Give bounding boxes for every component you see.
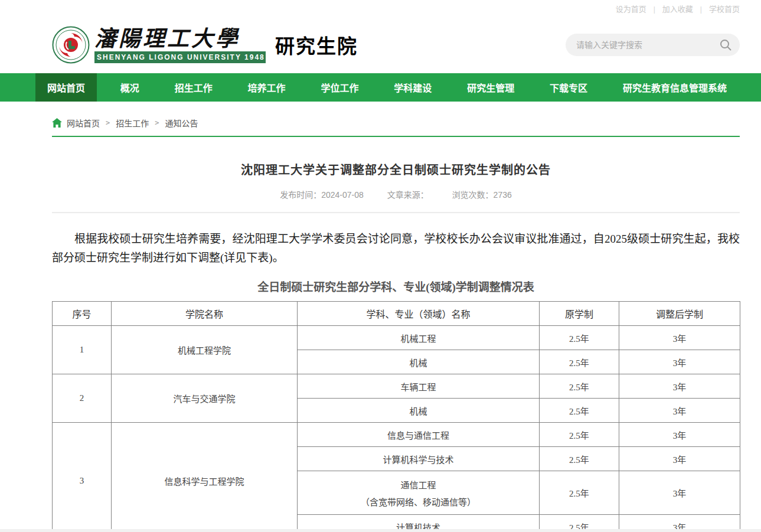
logo-banner: SHENYANG LIGONG UNIVERSITY 1948 <box>94 51 266 63</box>
cell-new-duration: 3年 <box>619 374 740 399</box>
university-logo[interactable]: 瀋陽理工大學 SHENYANG LIGONG UNIVERSITY 1948 研… <box>52 26 358 64</box>
article: 沈阳理工大学关于调整部分全日制硕士研究生学制的公告 发布时间：2024-07-0… <box>52 161 740 532</box>
nav-item-5[interactable]: 学位工作 <box>309 73 370 102</box>
table-header-cell: 序号 <box>53 302 112 326</box>
program-name-line-1: 机械工程 <box>298 332 539 344</box>
cell-new-duration: 3年 <box>619 350 740 374</box>
table-header-row: 序号学院名称学科、专业（领域）名称原学制调整后学制 <box>53 302 740 326</box>
article-meta: 发布时间：2024-07-08 文章来源： 浏览次数：2736 <box>52 188 740 200</box>
cell-new-duration: 3年 <box>619 326 740 350</box>
nav-item-8[interactable]: 下载专区 <box>538 73 599 102</box>
cell-program-name: 车辆工程 <box>298 374 540 399</box>
cell-program-name: 信息与通信工程 <box>298 423 540 447</box>
breadcrumb-item-1[interactable]: 网站首页 <box>67 117 100 129</box>
view-count: 浏览次数：2736 <box>452 190 512 200</box>
program-name-line-1: 通信工程 <box>298 478 539 491</box>
cell-college-name: 信息科学与工程学院 <box>112 423 298 532</box>
program-name-line-1: 信息与通信工程 <box>298 429 539 441</box>
nav-item-3[interactable]: 招生工作 <box>163 73 224 102</box>
breadcrumb: 网站首页>招生工作>通知公告 <box>52 117 740 137</box>
nav-item-7[interactable]: 研究生管理 <box>455 73 526 102</box>
cell-group-no: 1 <box>53 326 112 374</box>
nav-item-4[interactable]: 培养工作 <box>236 73 298 102</box>
topbar-separator: | <box>654 5 655 14</box>
article-title: 沈阳理工大学关于调整部分全日制硕士研究生学制的公告 <box>52 161 740 178</box>
nav-item-2[interactable]: 概况 <box>109 73 151 102</box>
site-name: 研究生院 <box>275 31 358 59</box>
topbar-links: 设为首页|加入收藏|学校首页 <box>616 3 740 14</box>
nav-item-9[interactable]: 研究生教育信息管理系统 <box>611 73 739 102</box>
university-emblem-icon <box>52 26 90 64</box>
nav-item-6[interactable]: 学科建设 <box>382 73 443 102</box>
table-row: 3信息科学与工程学院信息与通信工程2.5年3年 <box>53 423 740 447</box>
logo-text: 瀋陽理工大學 SHENYANG LIGONG UNIVERSITY 1948 <box>94 27 266 63</box>
cell-college-name: 汽车与交通学院 <box>112 374 298 423</box>
cell-program-name: 机械 <box>298 399 540 423</box>
cell-group-no: 2 <box>53 374 112 423</box>
cell-new-duration: 3年 <box>619 399 740 423</box>
cell-old-duration: 2.5年 <box>540 374 619 399</box>
cell-new-duration: 3年 <box>619 447 740 471</box>
cell-college-name: 机械工程学院 <box>112 326 298 374</box>
topbar-separator: | <box>700 5 702 14</box>
main-nav: 网站首页概况招生工作培养工作学位工作学科建设研究生管理下载专区研究生教育信息管理… <box>0 73 761 102</box>
breadcrumb-separator: > <box>106 119 110 127</box>
topbar-link-1[interactable]: 设为首页 <box>616 5 646 14</box>
cell-new-duration: 3年 <box>619 423 740 447</box>
breadcrumb-separator: > <box>155 119 159 127</box>
header: 瀋陽理工大學 SHENYANG LIGONG UNIVERSITY 1948 研… <box>0 17 761 73</box>
topbar-link-2[interactable]: 加入收藏 <box>662 5 693 14</box>
table-row: 1机械工程学院机械工程2.5年3年 <box>53 326 740 350</box>
program-name-line-1: 机械 <box>298 404 539 417</box>
cell-old-duration: 2.5年 <box>540 471 619 515</box>
cell-program-name: 通信工程（含宽带网络、移动通信等） <box>298 471 540 515</box>
home-icon[interactable] <box>52 118 62 128</box>
article-body: 根据我校硕士研究生培养需要，经沈阳理工大学学术委员会讨论同意，学校校长办公会议审… <box>52 230 740 267</box>
table-header-cell: 调整后学制 <box>619 302 740 326</box>
table-header-cell: 学院名称 <box>112 302 298 326</box>
search-icon[interactable] <box>718 38 733 52</box>
cell-old-duration: 2.5年 <box>540 326 619 350</box>
cell-old-duration: 2.5年 <box>540 423 619 447</box>
program-name-line-1: 车辆工程 <box>298 380 539 393</box>
program-name-line-1: 机械 <box>298 356 539 368</box>
topbar-link-3[interactable]: 学校首页 <box>709 5 740 14</box>
cell-program-name: 机械工程 <box>298 326 540 350</box>
publish-date: 发布时间：2024-07-08 <box>280 190 364 200</box>
logo-calligraphy: 瀋陽理工大學 <box>94 27 266 50</box>
search-box <box>566 34 740 56</box>
cell-group-no: 3 <box>53 423 112 532</box>
table-header-cell: 原学制 <box>540 302 619 326</box>
cell-program-name: 机械 <box>298 350 540 374</box>
table-title: 全日制硕士研究生部分学科、专业(领域)学制调整情况表 <box>52 278 740 294</box>
cell-old-duration: 2.5年 <box>540 399 619 423</box>
cell-program-name: 计算机科学与技术 <box>298 447 540 471</box>
cell-new-duration: 3年 <box>619 471 740 515</box>
bottom-strip <box>0 529 761 532</box>
program-name-line-1: 计算机科学与技术 <box>298 453 539 465</box>
page: 设为首页|加入收藏|学校首页 瀋陽理工大學 SHENYANG LIGONG UN… <box>0 0 761 532</box>
topbar: 设为首页|加入收藏|学校首页 <box>0 0 761 17</box>
search-input[interactable] <box>566 34 740 56</box>
adjustment-table: 序号学院名称学科、专业（领域）名称原学制调整后学制1机械工程学院机械工程2.5年… <box>52 301 740 532</box>
nav-item-1[interactable]: 网站首页 <box>35 73 97 102</box>
breadcrumb-item-3[interactable]: 通知公告 <box>165 117 198 129</box>
cell-old-duration: 2.5年 <box>540 350 619 374</box>
table-row: 2汽车与交通学院车辆工程2.5年3年 <box>53 374 740 399</box>
article-source: 文章来源： <box>387 190 429 200</box>
cell-old-duration: 2.5年 <box>540 447 619 471</box>
program-name-line-2: （含宽带网络、移动通信等） <box>298 495 539 508</box>
meta-divider <box>52 212 740 213</box>
breadcrumb-item-2[interactable]: 招生工作 <box>116 117 149 129</box>
table-header-cell: 学科、专业（领域）名称 <box>298 302 540 326</box>
